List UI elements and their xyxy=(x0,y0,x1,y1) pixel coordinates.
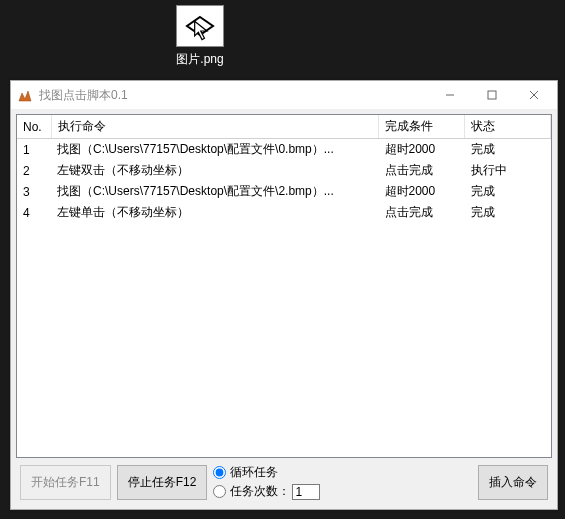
col-header-cmd[interactable]: 执行命令 xyxy=(51,115,379,139)
cell-no: 2 xyxy=(17,160,51,181)
cell-status: 完成 xyxy=(465,181,551,202)
titlebar[interactable]: 找图点击脚本0.1 xyxy=(11,81,557,109)
window-title: 找图点击脚本0.1 xyxy=(39,87,429,104)
cursor-icon xyxy=(187,20,217,42)
cell-status: 完成 xyxy=(465,139,551,161)
desktop-file[interactable]: 图片.png xyxy=(165,5,235,68)
desktop-file-label: 图片.png xyxy=(165,51,235,68)
app-icon xyxy=(17,87,33,103)
window-body: No. 执行命令 完成条件 状态 1 找图（C:\Users\77157\Des… xyxy=(11,109,557,509)
maximize-button[interactable] xyxy=(471,81,513,109)
cell-no: 3 xyxy=(17,181,51,202)
stop-task-button[interactable]: 停止任务F12 xyxy=(117,465,208,500)
image-file-icon xyxy=(176,5,224,47)
table-header-row: No. 执行命令 完成条件 状态 xyxy=(17,115,551,139)
table-row[interactable]: 2 左键双击（不移动坐标） 点击完成 执行中 xyxy=(17,160,551,181)
close-button[interactable] xyxy=(513,81,555,109)
cell-no: 1 xyxy=(17,139,51,161)
cell-no: 4 xyxy=(17,202,51,223)
app-window: 找图点击脚本0.1 No. 执行命令 完成条件 状态 xyxy=(10,80,558,510)
table-row[interactable]: 1 找图（C:\Users\77157\Desktop\配置文件\0.bmp）.… xyxy=(17,139,551,161)
insert-command-button[interactable]: 插入命令 xyxy=(478,465,548,500)
svg-rect-2 xyxy=(488,91,496,99)
count-task-radio[interactable] xyxy=(213,485,226,498)
footer-bar: 开始任务F11 停止任务F12 循环任务 任务次数： 插入命令 xyxy=(16,458,552,504)
cell-status: 完成 xyxy=(465,202,551,223)
task-count-input[interactable] xyxy=(292,484,320,500)
loop-task-text: 循环任务 xyxy=(230,464,278,481)
cell-cond: 点击完成 xyxy=(379,160,465,181)
cell-cond: 点击完成 xyxy=(379,202,465,223)
cell-cmd: 左键双击（不移动坐标） xyxy=(51,160,379,181)
count-task-text: 任务次数： xyxy=(230,483,290,500)
start-task-button[interactable]: 开始任务F11 xyxy=(20,465,111,500)
loop-task-radio[interactable] xyxy=(213,466,226,479)
command-list[interactable]: No. 执行命令 完成条件 状态 1 找图（C:\Users\77157\Des… xyxy=(16,114,552,458)
cell-cond: 超时2000 xyxy=(379,139,465,161)
cell-cond: 超时2000 xyxy=(379,181,465,202)
count-task-radio-label[interactable]: 任务次数： xyxy=(213,483,320,500)
loop-task-radio-label[interactable]: 循环任务 xyxy=(213,464,320,481)
cell-cmd: 找图（C:\Users\77157\Desktop\配置文件\2.bmp）... xyxy=(51,181,379,202)
col-header-no[interactable]: No. xyxy=(17,115,51,139)
table-row[interactable]: 4 左键单击（不移动坐标） 点击完成 完成 xyxy=(17,202,551,223)
cell-cmd: 找图（C:\Users\77157\Desktop\配置文件\0.bmp）... xyxy=(51,139,379,161)
col-header-cond[interactable]: 完成条件 xyxy=(379,115,465,139)
cell-status: 执行中 xyxy=(465,160,551,181)
col-header-status[interactable]: 状态 xyxy=(465,115,551,139)
minimize-button[interactable] xyxy=(429,81,471,109)
cell-cmd: 左键单击（不移动坐标） xyxy=(51,202,379,223)
table-row[interactable]: 3 找图（C:\Users\77157\Desktop\配置文件\2.bmp）.… xyxy=(17,181,551,202)
task-mode-group: 循环任务 任务次数： xyxy=(213,464,320,500)
